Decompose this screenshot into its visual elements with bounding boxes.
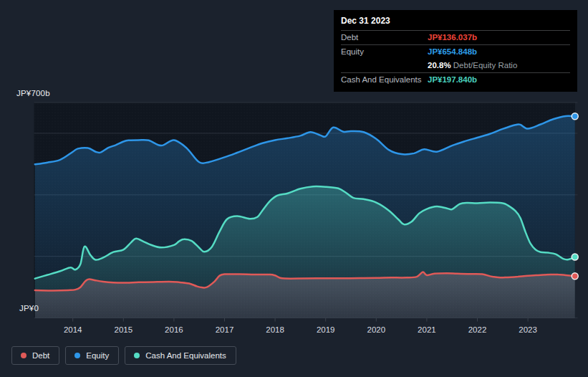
x-axis-label-2017: 2017 [216,325,234,334]
x-axis-label-2022: 2022 [468,325,487,334]
tooltip-row-ratio: 20.8% Debt/Equity Ratio [341,59,570,72]
tooltip-equity-label: Equity [341,47,428,56]
x-axis-label-2018: 2018 [266,325,284,334]
legend-label-debt: Debt [32,351,49,360]
legend-dot-debt-icon [21,353,26,358]
tooltip-equity-value: JP¥654.848b [428,47,477,56]
tooltip-date-title: Dec 31 2023 [341,10,570,30]
x-axis-label-2023: 2023 [519,325,537,334]
x-axis-label-2016: 2016 [165,325,183,334]
y-axis-label-bottom: JP¥0 [19,304,39,312]
x-axis-label-2015: 2015 [115,325,133,334]
tooltip-debt-label: Debt [341,33,428,42]
equity-endpoint-marker[interactable] [572,113,578,120]
x-axis-label-2014: 2014 [64,325,82,334]
tooltip-row-cash: Cash And Equivalents JP¥197.840b [341,72,570,87]
tooltip-row-equity: Equity JP¥654.848b [341,44,570,59]
tooltip-cash-label: Cash And Equivalents [341,75,428,84]
legend-item-debt[interactable]: Debt [11,346,59,365]
legend-dot-cash-icon [134,353,140,358]
y-axis-label-top: JP¥700b [16,89,50,97]
chart-page: 2014201520162017201820192020202120222023… [0,0,588,377]
legend: Debt Equity Cash And Equivalents [11,346,236,365]
date-tooltip: Dec 31 2023 Debt JP¥136.037b Equity JP¥6… [334,10,577,92]
legend-dot-equity-icon [74,353,80,358]
tooltip-cash-value: JP¥197.840b [428,75,477,84]
tooltip-ratio-value: 20.8% Debt/Equity Ratio [428,61,517,70]
x-axis-label-2020: 2020 [367,325,386,334]
x-axis-label-2019: 2019 [317,325,335,334]
debt-endpoint-marker[interactable] [572,273,578,280]
legend-item-equity[interactable]: Equity [65,346,119,365]
legend-label-equity: Equity [86,351,109,360]
legend-label-cash: Cash And Equivalents [145,351,226,360]
cash-endpoint-marker[interactable] [572,254,578,260]
tooltip-row-debt: Debt JP¥136.037b [341,30,570,44]
ratio-caption: Debt/Equity Ratio [453,61,518,70]
ratio-percent: 20.8% [428,61,451,70]
legend-item-cash[interactable]: Cash And Equivalents [125,346,236,365]
tooltip-debt-value: JP¥136.037b [428,33,477,42]
x-axis-label-2021: 2021 [418,325,436,334]
